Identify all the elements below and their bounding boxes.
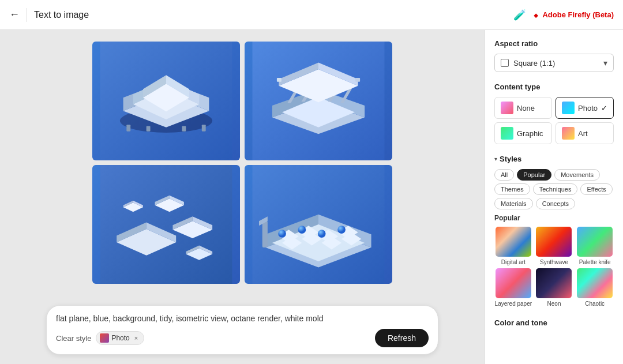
style-item-chaotic[interactable]: Chaotic	[576, 268, 614, 307]
iso-svg-1	[92, 42, 240, 160]
content-type-graphic-icon	[501, 127, 513, 140]
header-divider	[27, 8, 27, 22]
check-icon: ✓	[601, 104, 607, 112]
content-type-label: Content type	[494, 82, 614, 91]
image-cell-2[interactable]	[245, 42, 392, 160]
canvas-area: flat plane, blue, background, tidy, isom…	[0, 30, 485, 364]
style-thumb-synthwave	[536, 227, 572, 257]
adobe-logo: ⬥ Adobe Firefly (Beta)	[533, 10, 614, 20]
style-thumb-neon	[536, 268, 572, 298]
svg-rect-30	[100, 165, 232, 284]
style-item-digital-art[interactable]: Digital art	[494, 227, 532, 265]
aspect-ratio-dropdown[interactable]: Square (1:1) ▾	[494, 54, 614, 72]
prompt-actions: Clear style Photo × Refresh	[56, 329, 429, 347]
iso-scene-3	[92, 165, 240, 284]
style-item-neon[interactable]: Neon	[535, 268, 573, 307]
iso-svg-4	[245, 165, 392, 284]
iso-svg-2	[245, 42, 392, 160]
svg-rect-63	[262, 221, 268, 247]
content-type-graphic[interactable]: Graphic	[494, 122, 552, 144]
svg-rect-12	[147, 126, 151, 131]
svg-point-62	[337, 226, 346, 234]
aspect-checkbox-icon	[501, 59, 509, 67]
svg-rect-11	[126, 125, 130, 131]
header-right: 🧪 ⬥ Adobe Firefly (Beta)	[513, 9, 614, 21]
svg-rect-29	[355, 78, 360, 82]
style-thumb-label-neon: Neon	[547, 301, 561, 307]
content-type-graphic-label: Graphic	[517, 129, 543, 138]
chevron-down-icon: ▾	[603, 58, 607, 67]
style-tag-remove[interactable]: ×	[134, 335, 138, 342]
iso-scene-2	[245, 42, 392, 160]
filter-btn-concepts[interactable]: Concepts	[536, 198, 575, 209]
style-thumb-digital-art	[496, 227, 531, 257]
page-title: Text to image	[34, 10, 89, 20]
style-thumb-label-palette-knife: Palette knife	[579, 259, 611, 265]
style-thumb-palette-knife	[577, 227, 613, 257]
style-thumb-label-chaotic: Chaotic	[585, 301, 605, 307]
filter-btn-movements[interactable]: Movements	[554, 169, 600, 181]
iso-svg-3	[92, 165, 240, 284]
styles-section: ▾ Styles All Popular Movements Themes Te…	[494, 155, 614, 307]
filter-btn-popular[interactable]: Popular	[517, 169, 551, 181]
image-cell-4[interactable]	[245, 165, 392, 284]
content-type-none[interactable]: None	[494, 97, 552, 119]
iso-scene-1	[92, 42, 240, 160]
filter-btn-themes[interactable]: Themes	[494, 183, 530, 195]
header: ← Text to image 🧪 ⬥ Adobe Firefly (Beta)	[0, 0, 623, 30]
styles-label: Styles	[500, 155, 521, 163]
back-button[interactable]: ←	[9, 9, 20, 21]
style-thumb-layered-paper	[496, 268, 531, 298]
main-content: flat plane, blue, background, tidy, isom…	[0, 30, 623, 364]
refresh-button[interactable]: Refresh	[375, 329, 429, 347]
content-type-art-label: Art	[578, 129, 588, 138]
svg-point-60	[298, 226, 306, 234]
content-type-photo[interactable]: Photo ✓	[556, 97, 614, 119]
style-tag-icon	[100, 333, 109, 343]
content-type-photo-label: Photo	[578, 104, 598, 112]
color-tone-section: Color and tone	[494, 317, 614, 328]
popular-label: Popular	[494, 214, 614, 222]
color-tone-label: Color and tone	[494, 318, 547, 327]
aspect-ratio-label: Aspect ratio	[494, 39, 614, 48]
filter-btn-effects[interactable]: Effects	[580, 183, 612, 195]
style-thumb-label-synthwave: Synthwave	[540, 259, 568, 265]
flask-icon: 🧪	[513, 9, 526, 21]
back-icon: ←	[9, 9, 20, 21]
filter-btn-materials[interactable]: Materials	[494, 198, 533, 209]
adobe-icon: ⬥	[533, 10, 539, 20]
styles-filter-row: All Popular Movements Themes Techniques …	[494, 169, 614, 209]
adobe-title: Adobe Firefly (Beta)	[542, 10, 614, 19]
svg-rect-13	[182, 126, 186, 131]
style-thumb-chaotic	[577, 268, 613, 298]
style-item-layered-paper[interactable]: Layered paper	[494, 268, 532, 307]
svg-rect-14	[202, 125, 206, 131]
filter-btn-all[interactable]: All	[494, 169, 514, 181]
aspect-ratio-value: Square (1:1)	[513, 59, 599, 67]
right-panel: Aspect ratio Square (1:1) ▾ Content type…	[485, 30, 623, 364]
content-type-section: Content type None Photo ✓ Graphic	[494, 82, 614, 144]
styles-header: ▾ Styles	[494, 155, 614, 163]
style-item-synthwave[interactable]: Synthwave	[535, 227, 573, 265]
style-item-palette-knife[interactable]: Palette knife	[576, 227, 614, 265]
prompt-text: flat plane, blue, background, tidy, isom…	[56, 314, 429, 323]
image-cell-3[interactable]	[92, 165, 240, 284]
styles-grid: Digital art Synthwave Palette knife Laye…	[494, 227, 614, 307]
aspect-ratio-section: Aspect ratio Square (1:1) ▾	[494, 39, 614, 72]
content-type-none-icon	[501, 102, 513, 114]
content-type-art-icon	[562, 127, 575, 140]
filter-btn-techniques[interactable]: Techniques	[533, 183, 578, 195]
svg-point-59	[278, 230, 286, 238]
iso-scene-4	[245, 165, 392, 284]
style-tag-photo[interactable]: Photo ×	[96, 331, 144, 345]
content-type-photo-icon	[562, 102, 575, 114]
svg-point-61	[318, 230, 326, 238]
content-type-art[interactable]: Art	[556, 122, 614, 144]
content-type-none-label: None	[517, 104, 535, 112]
image-cell-1[interactable]	[92, 42, 240, 160]
svg-rect-28	[277, 78, 282, 82]
style-tag-label: Photo	[111, 334, 129, 342]
style-thumb-label-digital-art: Digital art	[501, 259, 526, 265]
image-grid	[92, 42, 392, 284]
clear-style-button[interactable]: Clear style	[56, 333, 91, 344]
